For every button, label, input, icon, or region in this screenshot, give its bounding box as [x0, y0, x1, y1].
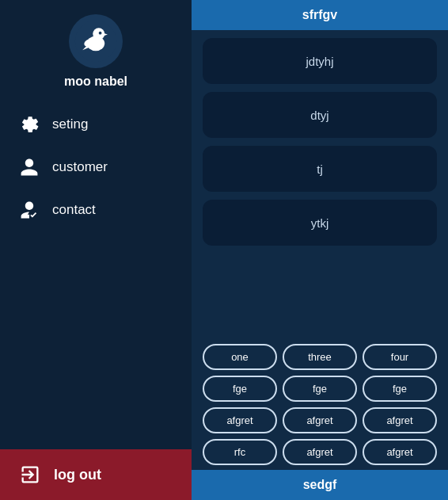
sidebar-item-customer[interactable]: customer [0, 146, 192, 189]
sidebar-item-contact-label: contact [52, 202, 96, 218]
profile-section: moo nabel [0, 0, 192, 103]
bottom-bar-label: sedgf [303, 478, 337, 491]
avatar [69, 14, 123, 68]
grid-btn-afgret-2[interactable]: afgret [283, 407, 357, 433]
grid-btn-afgret-4[interactable]: afgret [283, 439, 357, 465]
sidebar-item-customer-label: customer [52, 159, 108, 175]
content-card-4: ytkj [203, 200, 437, 246]
logout-button[interactable]: log out [0, 449, 192, 500]
person-icon [19, 157, 40, 177]
grid-btn-rfc[interactable]: rfc [203, 439, 277, 465]
svg-point-2 [93, 28, 104, 40]
logout-label: log out [54, 467, 101, 483]
content-card-3: tj [203, 146, 437, 192]
grid-btn-three[interactable]: three [283, 344, 357, 370]
button-grid: one three four fge fge fge afgret afgret… [192, 341, 448, 470]
person-edit-icon [19, 200, 40, 220]
gear-icon [19, 114, 40, 135]
sidebar-item-settings[interactable]: seting [0, 103, 192, 146]
main-content: sfrfgv jdtyhj dtyj tj ytkj one three fou… [192, 0, 448, 500]
top-bar-label: sfrfgv [302, 8, 337, 21]
logout-icon [19, 464, 41, 486]
svg-point-6 [99, 32, 102, 35]
grid-btn-fge-2[interactable]: fge [283, 376, 357, 402]
top-bar: sfrfgv [192, 0, 448, 30]
content-card-1: jdtyhj [203, 38, 437, 84]
grid-btn-one[interactable]: one [203, 344, 277, 370]
content-area: jdtyhj dtyj tj ytkj [192, 30, 448, 341]
grid-btn-afgret-1[interactable]: afgret [203, 407, 277, 433]
grid-btn-afgret-5[interactable]: afgret [363, 439, 437, 465]
grid-btn-fge-1[interactable]: fge [203, 376, 277, 402]
grid-btn-afgret-3[interactable]: afgret [363, 407, 437, 433]
grid-btn-fge-3[interactable]: fge [363, 376, 437, 402]
username: moo nabel [64, 74, 127, 89]
sidebar-item-settings-label: seting [52, 116, 88, 132]
sidebar-item-contact[interactable]: contact [0, 189, 192, 231]
sidebar: moo nabel seting customer contact log ou… [0, 0, 192, 500]
bottom-bar: sedgf [192, 470, 448, 500]
grid-btn-four[interactable]: four [363, 344, 437, 370]
content-card-2: dtyj [203, 92, 437, 138]
